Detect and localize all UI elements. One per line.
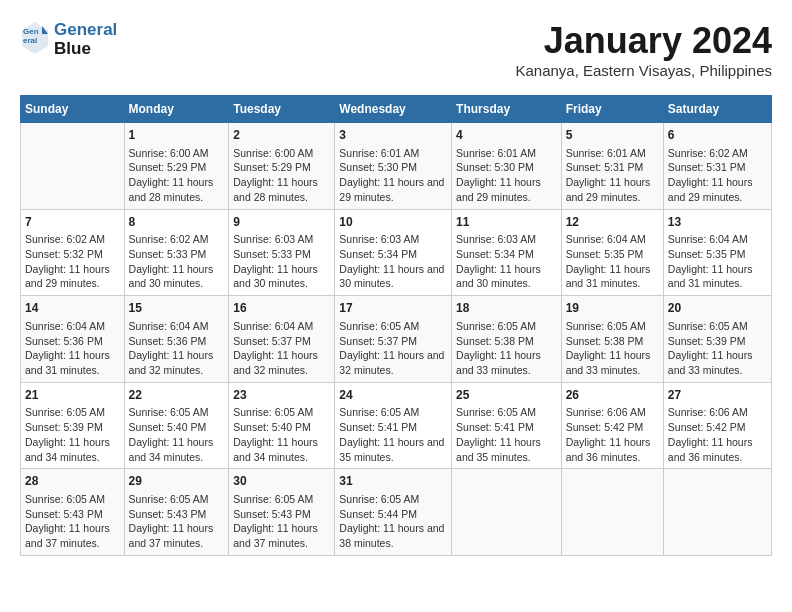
- day-number: 10: [339, 214, 447, 231]
- calendar-cell: [452, 469, 562, 556]
- cell-content: Sunrise: 6:04 AMSunset: 5:36 PMDaylight:…: [25, 319, 120, 378]
- calendar-cell: 9Sunrise: 6:03 AMSunset: 5:33 PMDaylight…: [229, 209, 335, 296]
- day-number: 20: [668, 300, 767, 317]
- logo-line2: Blue: [54, 40, 117, 59]
- cell-content: Sunrise: 6:05 AMSunset: 5:44 PMDaylight:…: [339, 492, 447, 551]
- calendar-cell: 27Sunrise: 6:06 AMSunset: 5:42 PMDayligh…: [663, 382, 771, 469]
- calendar-week-2: 7Sunrise: 6:02 AMSunset: 5:32 PMDaylight…: [21, 209, 772, 296]
- header-saturday: Saturday: [663, 96, 771, 123]
- calendar-cell: 2Sunrise: 6:00 AMSunset: 5:29 PMDaylight…: [229, 123, 335, 210]
- svg-text:eral: eral: [23, 36, 37, 45]
- calendar-cell: 4Sunrise: 6:01 AMSunset: 5:30 PMDaylight…: [452, 123, 562, 210]
- day-number: 2: [233, 127, 330, 144]
- calendar-cell: 11Sunrise: 6:03 AMSunset: 5:34 PMDayligh…: [452, 209, 562, 296]
- calendar-cell: 18Sunrise: 6:05 AMSunset: 5:38 PMDayligh…: [452, 296, 562, 383]
- day-number: 19: [566, 300, 659, 317]
- calendar-body: 1Sunrise: 6:00 AMSunset: 5:29 PMDaylight…: [21, 123, 772, 556]
- calendar-table: SundayMondayTuesdayWednesdayThursdayFrid…: [20, 95, 772, 556]
- day-number: 9: [233, 214, 330, 231]
- day-number: 27: [668, 387, 767, 404]
- day-number: 26: [566, 387, 659, 404]
- calendar-week-3: 14Sunrise: 6:04 AMSunset: 5:36 PMDayligh…: [21, 296, 772, 383]
- day-number: 21: [25, 387, 120, 404]
- cell-content: Sunrise: 6:06 AMSunset: 5:42 PMDaylight:…: [668, 405, 767, 464]
- calendar-cell: 22Sunrise: 6:05 AMSunset: 5:40 PMDayligh…: [124, 382, 229, 469]
- cell-content: Sunrise: 6:05 AMSunset: 5:37 PMDaylight:…: [339, 319, 447, 378]
- day-number: 1: [129, 127, 225, 144]
- calendar-week-5: 28Sunrise: 6:05 AMSunset: 5:43 PMDayligh…: [21, 469, 772, 556]
- day-number: 17: [339, 300, 447, 317]
- cell-content: Sunrise: 6:05 AMSunset: 5:39 PMDaylight:…: [25, 405, 120, 464]
- header-monday: Monday: [124, 96, 229, 123]
- calendar-cell: 3Sunrise: 6:01 AMSunset: 5:30 PMDaylight…: [335, 123, 452, 210]
- day-number: 29: [129, 473, 225, 490]
- cell-content: Sunrise: 6:05 AMSunset: 5:39 PMDaylight:…: [668, 319, 767, 378]
- cell-content: Sunrise: 6:06 AMSunset: 5:42 PMDaylight:…: [566, 405, 659, 464]
- calendar-week-4: 21Sunrise: 6:05 AMSunset: 5:39 PMDayligh…: [21, 382, 772, 469]
- calendar-week-1: 1Sunrise: 6:00 AMSunset: 5:29 PMDaylight…: [21, 123, 772, 210]
- cell-content: Sunrise: 6:04 AMSunset: 5:35 PMDaylight:…: [566, 232, 659, 291]
- cell-content: Sunrise: 6:05 AMSunset: 5:43 PMDaylight:…: [233, 492, 330, 551]
- day-number: 3: [339, 127, 447, 144]
- day-number: 31: [339, 473, 447, 490]
- calendar-cell: [21, 123, 125, 210]
- calendar-cell: [561, 469, 663, 556]
- calendar-cell: 26Sunrise: 6:06 AMSunset: 5:42 PMDayligh…: [561, 382, 663, 469]
- cell-content: Sunrise: 6:05 AMSunset: 5:40 PMDaylight:…: [129, 405, 225, 464]
- day-number: 18: [456, 300, 557, 317]
- cell-content: Sunrise: 6:01 AMSunset: 5:30 PMDaylight:…: [339, 146, 447, 205]
- calendar-cell: [663, 469, 771, 556]
- cell-content: Sunrise: 6:04 AMSunset: 5:37 PMDaylight:…: [233, 319, 330, 378]
- calendar-cell: 1Sunrise: 6:00 AMSunset: 5:29 PMDaylight…: [124, 123, 229, 210]
- header-friday: Friday: [561, 96, 663, 123]
- title-area: January 2024 Kananya, Eastern Visayas, P…: [515, 20, 772, 79]
- subtitle: Kananya, Eastern Visayas, Philippines: [515, 62, 772, 79]
- calendar-cell: 28Sunrise: 6:05 AMSunset: 5:43 PMDayligh…: [21, 469, 125, 556]
- cell-content: Sunrise: 6:05 AMSunset: 5:43 PMDaylight:…: [25, 492, 120, 551]
- calendar-header-row: SundayMondayTuesdayWednesdayThursdayFrid…: [21, 96, 772, 123]
- calendar-cell: 23Sunrise: 6:05 AMSunset: 5:40 PMDayligh…: [229, 382, 335, 469]
- day-number: 14: [25, 300, 120, 317]
- header-sunday: Sunday: [21, 96, 125, 123]
- day-number: 28: [25, 473, 120, 490]
- header-tuesday: Tuesday: [229, 96, 335, 123]
- cell-content: Sunrise: 6:02 AMSunset: 5:31 PMDaylight:…: [668, 146, 767, 205]
- cell-content: Sunrise: 6:00 AMSunset: 5:29 PMDaylight:…: [233, 146, 330, 205]
- calendar-cell: 17Sunrise: 6:05 AMSunset: 5:37 PMDayligh…: [335, 296, 452, 383]
- cell-content: Sunrise: 6:02 AMSunset: 5:33 PMDaylight:…: [129, 232, 225, 291]
- calendar-cell: 19Sunrise: 6:05 AMSunset: 5:38 PMDayligh…: [561, 296, 663, 383]
- page-header: Gen eral General Blue January 2024 Kanan…: [20, 20, 772, 79]
- calendar-cell: 24Sunrise: 6:05 AMSunset: 5:41 PMDayligh…: [335, 382, 452, 469]
- logo: Gen eral General Blue: [20, 20, 117, 60]
- day-number: 16: [233, 300, 330, 317]
- cell-content: Sunrise: 6:05 AMSunset: 5:38 PMDaylight:…: [456, 319, 557, 378]
- calendar-cell: 5Sunrise: 6:01 AMSunset: 5:31 PMDaylight…: [561, 123, 663, 210]
- cell-content: Sunrise: 6:05 AMSunset: 5:41 PMDaylight:…: [456, 405, 557, 464]
- calendar-cell: 29Sunrise: 6:05 AMSunset: 5:43 PMDayligh…: [124, 469, 229, 556]
- cell-content: Sunrise: 6:03 AMSunset: 5:33 PMDaylight:…: [233, 232, 330, 291]
- cell-content: Sunrise: 6:00 AMSunset: 5:29 PMDaylight:…: [129, 146, 225, 205]
- calendar-cell: 25Sunrise: 6:05 AMSunset: 5:41 PMDayligh…: [452, 382, 562, 469]
- cell-content: Sunrise: 6:05 AMSunset: 5:38 PMDaylight:…: [566, 319, 659, 378]
- cell-content: Sunrise: 6:01 AMSunset: 5:31 PMDaylight:…: [566, 146, 659, 205]
- calendar-cell: 21Sunrise: 6:05 AMSunset: 5:39 PMDayligh…: [21, 382, 125, 469]
- day-number: 5: [566, 127, 659, 144]
- cell-content: Sunrise: 6:05 AMSunset: 5:41 PMDaylight:…: [339, 405, 447, 464]
- day-number: 13: [668, 214, 767, 231]
- header-thursday: Thursday: [452, 96, 562, 123]
- calendar-cell: 13Sunrise: 6:04 AMSunset: 5:35 PMDayligh…: [663, 209, 771, 296]
- calendar-cell: 8Sunrise: 6:02 AMSunset: 5:33 PMDaylight…: [124, 209, 229, 296]
- day-number: 11: [456, 214, 557, 231]
- calendar-cell: 7Sunrise: 6:02 AMSunset: 5:32 PMDaylight…: [21, 209, 125, 296]
- cell-content: Sunrise: 6:05 AMSunset: 5:40 PMDaylight:…: [233, 405, 330, 464]
- calendar-cell: 30Sunrise: 6:05 AMSunset: 5:43 PMDayligh…: [229, 469, 335, 556]
- day-number: 22: [129, 387, 225, 404]
- day-number: 7: [25, 214, 120, 231]
- day-number: 24: [339, 387, 447, 404]
- cell-content: Sunrise: 6:04 AMSunset: 5:35 PMDaylight:…: [668, 232, 767, 291]
- logo-line1: General: [54, 21, 117, 40]
- calendar-cell: 31Sunrise: 6:05 AMSunset: 5:44 PMDayligh…: [335, 469, 452, 556]
- cell-content: Sunrise: 6:05 AMSunset: 5:43 PMDaylight:…: [129, 492, 225, 551]
- day-number: 15: [129, 300, 225, 317]
- cell-content: Sunrise: 6:03 AMSunset: 5:34 PMDaylight:…: [339, 232, 447, 291]
